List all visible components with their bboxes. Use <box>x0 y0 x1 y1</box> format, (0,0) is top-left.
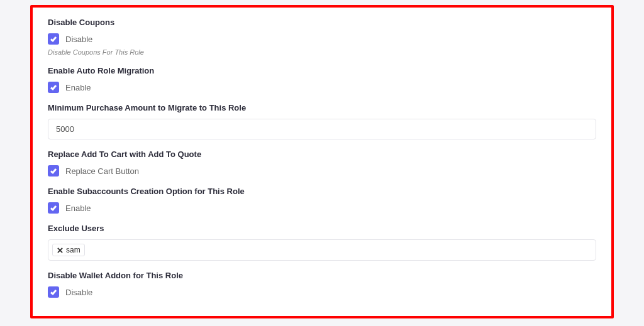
close-icon <box>57 247 63 253</box>
field-disable-wallet: Disable Wallet Addon for This Role Disab… <box>48 271 596 298</box>
field-title: Minimum Purchase Amount to Migrate to Th… <box>48 103 596 112</box>
checkbox-row: Disable <box>48 286 596 298</box>
help-text: Disable Coupons For This Role <box>48 48 596 56</box>
checkbox-row: Enable <box>48 202 596 214</box>
field-replace-cart: Replace Add To Cart with Add To Quote Re… <box>48 149 596 177</box>
checkbox-label: Disable <box>65 288 92 297</box>
subaccounts-checkbox[interactable] <box>48 202 59 214</box>
tag-label: sam <box>66 246 80 254</box>
user-tag: sam <box>52 244 85 256</box>
check-icon <box>50 35 57 43</box>
checkbox-row: Enable <box>48 82 596 93</box>
field-title: Enable Subaccounts Creation Option for T… <box>48 187 596 196</box>
settings-panel: Disable Coupons Disable Disable Coupons … <box>30 5 614 318</box>
field-min-purchase: Minimum Purchase Amount to Migrate to Th… <box>48 103 596 139</box>
checkbox-row: Disable <box>48 33 596 45</box>
field-disable-coupons: Disable Coupons Disable Disable Coupons … <box>48 18 596 56</box>
min-purchase-input[interactable] <box>48 119 596 139</box>
checkbox-label: Disable <box>65 35 92 44</box>
checkbox-label: Enable <box>65 204 91 213</box>
field-title: Disable Wallet Addon for This Role <box>48 271 596 280</box>
field-title: Exclude Users <box>48 224 596 233</box>
field-subaccounts: Enable Subaccounts Creation Option for T… <box>48 187 596 214</box>
disable-wallet-checkbox[interactable] <box>48 286 59 298</box>
remove-tag-button[interactable] <box>57 247 63 253</box>
checkbox-row: Replace Cart Button <box>48 165 596 177</box>
checkbox-label: Replace Cart Button <box>65 166 139 176</box>
disable-coupons-checkbox[interactable] <box>48 33 59 45</box>
field-title: Disable Coupons <box>48 18 596 27</box>
field-title: Replace Add To Cart with Add To Quote <box>48 149 596 159</box>
replace-cart-checkbox[interactable] <box>48 165 59 177</box>
auto-role-migration-checkbox[interactable] <box>48 82 59 93</box>
exclude-users-input[interactable]: sam <box>48 239 596 261</box>
check-icon <box>50 167 57 175</box>
check-icon <box>50 288 57 296</box>
field-title: Enable Auto Role Migration <box>48 66 596 75</box>
field-auto-role-migration: Enable Auto Role Migration Enable <box>48 66 596 93</box>
check-icon <box>50 204 57 212</box>
checkbox-label: Enable <box>65 83 91 92</box>
check-icon <box>50 84 57 91</box>
field-exclude-users: Exclude Users sam <box>48 224 596 261</box>
